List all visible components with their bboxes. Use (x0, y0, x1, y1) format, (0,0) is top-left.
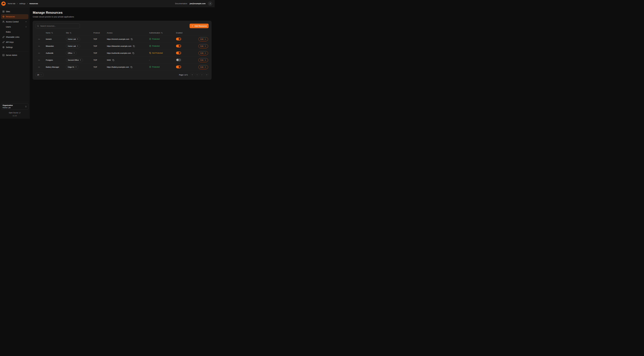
site-link-button[interactable]: Home Lab (66, 37, 80, 41)
edit-label: Edit (200, 45, 204, 47)
page-info: Page 1 of 1 (179, 74, 188, 76)
row-menu-button[interactable] (38, 38, 41, 41)
last-page-button[interactable] (205, 73, 209, 77)
sidebar-item-label: Roles (6, 31, 11, 33)
app-root: home-lab settings resources Documentatio… (0, 0, 215, 119)
auth-label: - (149, 59, 150, 61)
column-label: Authentication (149, 32, 160, 34)
previous-page-button[interactable] (195, 73, 199, 77)
enabled-toggle[interactable] (176, 44, 181, 48)
edit-label: Edit (200, 59, 204, 61)
resource-name: Battery Manager (46, 66, 66, 68)
copy-button[interactable] (130, 66, 133, 68)
row-menu-button[interactable] (38, 52, 41, 55)
sidebar-item-server-admin[interactable]: Server Admin (1, 53, 28, 58)
search-box (36, 24, 80, 28)
copy-button[interactable] (112, 59, 114, 61)
sidebar-item-sites[interactable]: Sites (1, 9, 28, 14)
edit-button[interactable]: Edit (198, 58, 208, 62)
sidebar-item-access-control[interactable]: Access Control (1, 19, 28, 24)
search-input[interactable] (40, 25, 78, 27)
arrow-up-right-icon (80, 59, 81, 61)
auth-label: Protected (152, 45, 160, 47)
site-link-button[interactable]: Home Lab (66, 44, 80, 48)
table-row: Battery Manager Edge 01 TCP https://batt… (36, 64, 209, 70)
add-resource-button[interactable]: Add Resource (190, 24, 209, 28)
enabled-toggle[interactable] (176, 52, 181, 54)
documentation-link[interactable]: Documentation (175, 2, 187, 4)
first-page-button[interactable] (190, 73, 194, 77)
site-link-button[interactable]: Edge 01 (66, 65, 78, 69)
edit-button[interactable]: Edit (198, 37, 208, 41)
copy-button[interactable] (132, 52, 134, 54)
arrow-up-right-icon (77, 38, 78, 40)
column-label: Site (66, 32, 69, 34)
auth-label: Protected (152, 66, 160, 68)
server-icon (2, 54, 4, 56)
edit-button[interactable]: Edit (198, 44, 208, 48)
sidebar-item-label: Users (6, 26, 11, 28)
sidebar-item-api-keys[interactable]: API Keys (1, 40, 28, 44)
resource-name: Immich (46, 38, 66, 40)
breadcrumb-org[interactable]: home-lab (8, 2, 15, 4)
chevrons-left-icon (191, 74, 193, 76)
chevron-left-icon (196, 74, 198, 76)
column-label: Enabled (176, 32, 182, 34)
user-avatar-button[interactable]: J (208, 2, 212, 6)
next-page-button[interactable] (200, 73, 204, 77)
page-size-select[interactable]: 20 (36, 73, 44, 77)
site-link-button[interactable]: Office (66, 51, 77, 55)
sidebar-item-resources[interactable]: Resources (1, 14, 28, 19)
plus-icon (192, 25, 193, 27)
chevron-right-icon (201, 74, 203, 76)
sidebar-item-label: Settings (6, 46, 13, 48)
protocol: TCP (94, 66, 107, 68)
app-logo-icon[interactable] (1, 2, 6, 6)
edit-button[interactable]: Edit (198, 65, 208, 69)
sidebar-item-users[interactable]: Users (1, 24, 28, 29)
auth-status: Not Protected (149, 52, 163, 54)
topbar-right: Documentation joe@example.com J (175, 2, 212, 6)
sidebar-item-label: Sites (6, 10, 10, 12)
sidebar-item-roles[interactable]: Roles (1, 30, 28, 34)
copy-button[interactable] (130, 38, 133, 40)
sidebar-item-label: Server Admin (6, 54, 17, 56)
sidebar-item-shareable-links[interactable]: Shareable Links (1, 35, 28, 40)
page-title: Manage Resources (33, 11, 212, 14)
edit-button[interactable]: Edit (198, 51, 208, 55)
chevron-right-icon (25, 26, 27, 28)
open-source-link[interactable]: Open Source (1, 112, 28, 114)
ellipsis-icon (38, 45, 40, 47)
enabled-toggle[interactable] (176, 38, 181, 40)
organization-switcher[interactable]: Organization Home Lab (1, 103, 28, 110)
row-menu-button[interactable] (38, 66, 41, 69)
table-header: Name Site Protocol Access Authentication (36, 30, 209, 36)
organization-label: Organization (2, 104, 13, 106)
copy-button[interactable] (133, 45, 135, 48)
site-name: Edge 01 (68, 66, 74, 68)
row-menu-button[interactable] (38, 58, 41, 62)
edit-label: Edit (200, 66, 204, 68)
edit-label: Edit (200, 38, 204, 40)
sidebar-item-label: Shareable Links (6, 36, 19, 38)
search-icon (37, 25, 39, 27)
sidebar-item-settings[interactable]: Settings (1, 45, 28, 50)
chevron-down-icon (25, 21, 27, 23)
arrow-right-icon (204, 52, 206, 54)
arrow-right-icon (204, 66, 206, 68)
table-row: Immich Home Lab TCP https://immich.examp… (36, 36, 209, 43)
access-url: https://immich.example.com (107, 38, 129, 40)
enabled-toggle[interactable] (176, 58, 181, 61)
column-header-site[interactable]: Site (66, 32, 94, 34)
access-url: 5432 (107, 59, 111, 61)
column-header-authentication[interactable]: Authentication (149, 32, 176, 34)
resources-card: Add Resource Name Site Protocol Acc (33, 21, 212, 80)
column-header-name[interactable]: Name (46, 32, 66, 34)
site-link-button[interactable]: Second Office (66, 58, 83, 62)
row-menu-button[interactable] (38, 44, 41, 48)
protocol: TCP (94, 45, 107, 47)
site-name: Office (68, 52, 72, 54)
breadcrumb-settings[interactable]: settings (19, 2, 26, 4)
link-icon (2, 36, 4, 38)
enabled-toggle[interactable] (176, 66, 181, 68)
